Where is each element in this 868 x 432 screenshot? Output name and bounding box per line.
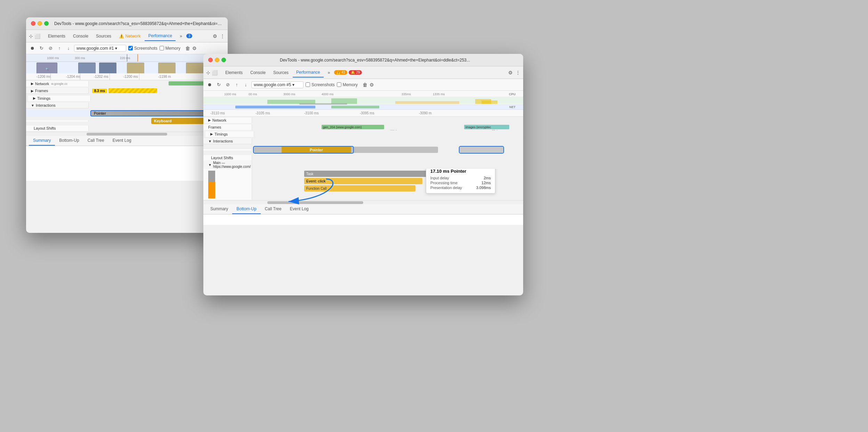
keyboard-row-1: Keyboard (26, 117, 228, 125)
tab-sources-2[interactable]: Sources (270, 68, 292, 77)
toolbar-1: ⏺ ↻ ⊘ ↑ ↓ www.google.com #1 ▾ Screenshot… (26, 42, 228, 54)
more-icon-2[interactable]: ⋮ (516, 70, 520, 75)
network-row-2: ▶ Network (203, 117, 523, 124)
upload-btn-1[interactable]: ↑ (56, 45, 63, 52)
download-btn-2[interactable]: ↓ (242, 81, 249, 88)
interactions-label-1: ▼ Interactions (26, 103, 89, 108)
tab-network-1[interactable]: ⚠️ Network (115, 32, 144, 41)
bottomup-tab-1[interactable]: Bottom-Up (55, 136, 83, 146)
frames-label-2: Frames (203, 124, 252, 130)
scrollbar-thumb-1[interactable] (87, 133, 167, 136)
ruler-mark-2: -1204 ms (66, 75, 81, 79)
frames-value-1: 8.3 ms (92, 89, 107, 93)
bottom-content-1 (26, 146, 228, 181)
memory-checkbox-2[interactable]: Memory (337, 82, 358, 87)
scrollbar-thumb-2[interactable] (267, 201, 363, 204)
upload-btn-2[interactable]: ↑ (233, 81, 240, 88)
tab-console-1[interactable]: Console (70, 32, 92, 41)
window-2: DevTools - www.google.com/search?sca_esv… (203, 54, 523, 295)
summary-tab-1[interactable]: Summary (29, 136, 55, 146)
clear-btn-1[interactable]: ⊘ (47, 45, 54, 52)
tasks-label-2 (203, 169, 252, 200)
reload-btn-2[interactable]: ↻ (215, 81, 222, 88)
tab-more-2[interactable]: » (324, 68, 334, 77)
interactions-label-2: ▼ Interactions (203, 138, 252, 144)
pointer-row-1: Pointer (26, 109, 228, 117)
summary-tab-2[interactable]: Summary (206, 204, 232, 214)
devtools-tabbar-2: ⊹ ⬜ Elements Console Sources Performance… (203, 66, 523, 79)
network-label-2: ▶ Network (203, 117, 252, 123)
record-btn-2[interactable]: ⏺ (206, 81, 213, 88)
close-button-2[interactable] (208, 58, 213, 62)
bottomup-tab-2[interactable]: Bottom-Up (232, 204, 260, 214)
settings-icon-2[interactable]: ⚙ (508, 70, 513, 75)
delete-icon-1[interactable]: 🗑 (185, 46, 190, 51)
screenshot-strip-1: 1000 ms 300 ms 220 ms 🔍 (26, 54, 228, 73)
timings-row-1[interactable]: ▶ Timings (26, 95, 228, 102)
maximize-button-1[interactable] (44, 21, 49, 26)
traffic-lights-1 (31, 21, 49, 26)
url-selector-1[interactable]: www.google.com #1 ▾ (74, 45, 126, 52)
delete-icon-2[interactable]: 🗑 (363, 82, 367, 88)
settings2-icon-1[interactable]: ⚙ (192, 46, 197, 51)
close-button-1[interactable] (31, 21, 35, 26)
layout-shifts-label-2: Layout Shifts (203, 155, 252, 161)
record-btn-1[interactable]: ⏺ (29, 45, 36, 52)
pointer-gray-left (254, 147, 282, 153)
tab-elements-1[interactable]: Elements (44, 32, 69, 41)
task-bar: Task (304, 171, 436, 177)
ruler-1: -1206 ms -1204 ms -1202 ms -1200 ms -119… (26, 73, 228, 80)
settings2-icon-2[interactable]: ⚙ (370, 82, 374, 88)
eventlog-tab-2[interactable]: Event Log (286, 204, 313, 214)
screenshots-checkbox-2[interactable]: Screenshots (306, 82, 335, 87)
memory-checkbox-1[interactable]: Memory (160, 46, 180, 51)
overview-2: 1000 ms 00 ms 3000 ms 4000 ms 335ms 1335… (203, 91, 523, 110)
devtools-tabbar-1: ⊹ ⬜ Elements Console Sources ⚠️ Network … (26, 30, 228, 42)
tab-elements-2[interactable]: Elements (222, 68, 246, 77)
pointer-orange-center[interactable]: Pointer (282, 147, 351, 153)
network-row-1: ▶ Network w.google.cc search (ww (26, 80, 228, 87)
clear-btn-2[interactable]: ⊘ (224, 81, 231, 88)
badge-red: 🔔 29 (349, 70, 362, 75)
calltree-tab-1[interactable]: Call Tree (83, 136, 108, 146)
scrollbar-1[interactable] (26, 132, 228, 136)
settings-icon-1[interactable]: ⚙ (213, 33, 217, 39)
pointer-label-2 (203, 149, 252, 150)
timings-row-2[interactable]: ▶ Timings (203, 131, 523, 138)
layout-shifts-content-2 (252, 154, 523, 161)
more-icon-1[interactable]: ⋮ (220, 33, 225, 39)
interactions-section-2: ▼ Interactions (203, 138, 523, 145)
tab-console-2[interactable]: Console (247, 68, 269, 77)
tasks-content-2: Task Event: click Function Call 17.10 ms… (252, 169, 523, 200)
tab-performance-1[interactable]: Performance (145, 31, 176, 41)
interactions-section-1: ▼ Interactions (26, 102, 228, 109)
maximize-button-2[interactable] (221, 58, 226, 62)
tab-more-1[interactable]: » (176, 32, 186, 41)
frames-row-1: ▶ Frames 8.3 ms (26, 87, 228, 95)
reload-btn-1[interactable]: ↻ (38, 45, 45, 52)
minimize-button-2[interactable] (215, 58, 219, 62)
download-btn-1[interactable]: ↓ (65, 45, 72, 52)
keyboard-label-1 (26, 120, 89, 122)
url-selector-2[interactable]: www.google.com #5 ▾ (251, 81, 303, 88)
titlebar-2: DevTools - www.google.com/search?sca_esv… (203, 54, 523, 66)
eventlog-tab-1[interactable]: Event Log (108, 136, 136, 146)
bottom-content-2 (203, 214, 523, 225)
toolbar-2: ⏺ ↻ ⊘ ↑ ↓ www.google.com #5 ▾ Screenshot… (203, 79, 523, 91)
frames-value2: 75.1 ms (492, 129, 503, 130)
scrollbar-2[interactable] (203, 200, 523, 204)
net-bar-images: images (encryptec (464, 125, 509, 129)
calltree-tab-2[interactable]: Call Tree (261, 204, 286, 214)
tooltip-2: 17.10 ms Pointer Input delay 2ms Process… (426, 169, 495, 194)
tab-sources-1[interactable]: Sources (92, 32, 115, 41)
timings-label-1: ▶ Timings (28, 96, 91, 101)
tooltip-title: 17.10 ms Pointer (430, 169, 491, 174)
minimize-button-1[interactable] (38, 21, 42, 26)
pointer-row-2: Pointer (203, 145, 523, 154)
tab-performance-2[interactable]: Performance (293, 68, 324, 78)
pointer-bar-1[interactable]: Pointer (90, 110, 212, 116)
frames-row-2: Frames gen_204 (www.google.com) 428.1 ms… (203, 124, 523, 131)
screenshots-checkbox-1[interactable]: Screenshots (128, 46, 157, 51)
blue-highlight-right (459, 146, 504, 154)
traffic-lights-2 (208, 58, 226, 62)
